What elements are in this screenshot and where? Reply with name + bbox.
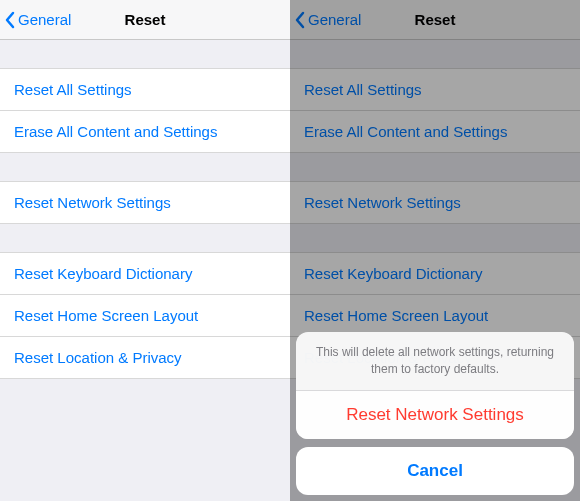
action-sheet-message: This will delete all network settings, r… — [296, 332, 574, 391]
navbar: General Reset — [0, 0, 290, 40]
settings-group-1: Reset All Settings Erase All Content and… — [0, 68, 290, 153]
back-button[interactable]: General — [0, 11, 71, 29]
reset-home-screen-layout[interactable]: Reset Home Screen Layout — [0, 295, 290, 337]
settings-group-3: Reset Keyboard Dictionary Reset Home Scr… — [0, 252, 290, 379]
cancel-button[interactable]: Cancel — [296, 447, 574, 495]
reset-all-settings[interactable]: Reset All Settings — [0, 68, 290, 111]
chevron-left-icon — [4, 11, 16, 29]
left-pane: General Reset Reset All Settings Erase A… — [0, 0, 290, 501]
settings-group-2: Reset Network Settings — [0, 181, 290, 224]
action-sheet-body: This will delete all network settings, r… — [296, 332, 574, 439]
reset-keyboard-dictionary[interactable]: Reset Keyboard Dictionary — [0, 252, 290, 295]
right-pane: General Reset Reset All Settings Erase A… — [290, 0, 580, 501]
erase-all-content[interactable]: Erase All Content and Settings — [0, 111, 290, 153]
reset-location-privacy[interactable]: Reset Location & Privacy — [0, 337, 290, 379]
reset-network-settings[interactable]: Reset Network Settings — [0, 181, 290, 224]
confirm-reset-network-button[interactable]: Reset Network Settings — [296, 391, 574, 439]
back-label: General — [18, 11, 71, 28]
action-sheet: This will delete all network settings, r… — [296, 332, 574, 495]
